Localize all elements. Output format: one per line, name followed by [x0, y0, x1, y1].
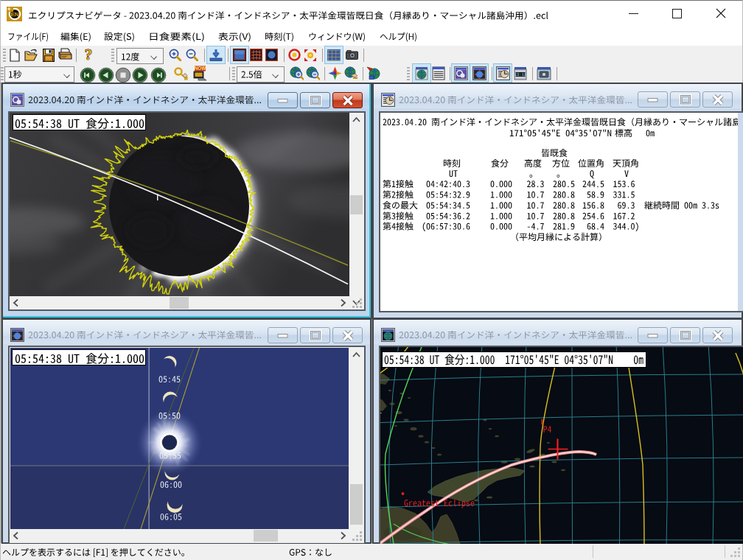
svg-text:?: ? — [85, 47, 93, 62]
svg-text:EN: EN — [10, 11, 18, 18]
svg-text:NOW: NOW — [195, 66, 207, 71]
svg-text:13:11: 13:11 — [514, 72, 527, 77]
